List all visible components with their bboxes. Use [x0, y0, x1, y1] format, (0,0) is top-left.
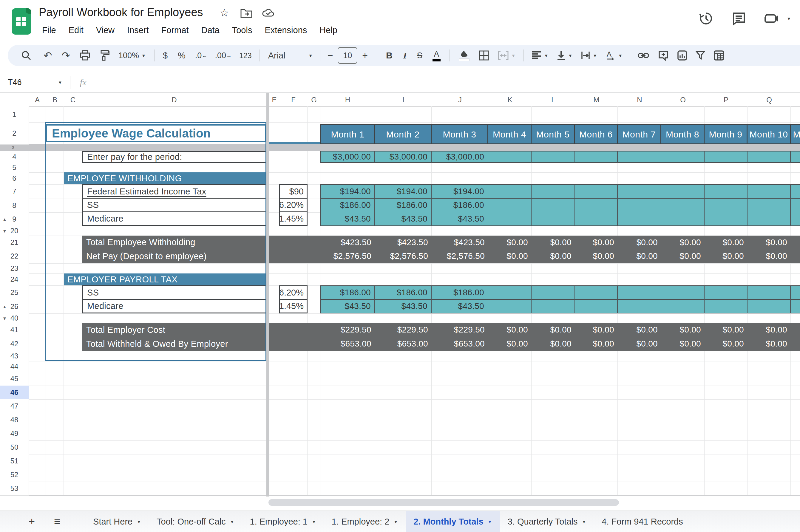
cell-G24[interactable] — [307, 273, 320, 286]
cell-O24[interactable] — [661, 273, 705, 286]
column-header-C[interactable]: C — [64, 93, 82, 107]
row-header-8[interactable]: 8 — [0, 198, 29, 213]
cell-H1[interactable] — [320, 107, 375, 122]
cell-G26[interactable] — [307, 300, 320, 314]
cell-D41[interactable]: Total Employer Cost — [82, 323, 266, 337]
cell-O2[interactable]: Month 8 — [661, 125, 705, 144]
cell-J5[interactable] — [432, 163, 488, 173]
cell-R6[interactable] — [791, 172, 800, 185]
cell-M40[interactable] — [575, 314, 618, 323]
cell-B47[interactable] — [46, 399, 64, 413]
cell-F20[interactable] — [279, 226, 307, 236]
cell-Q2[interactable]: Month 10 — [747, 125, 791, 144]
cell-D20[interactable] — [82, 226, 266, 236]
document-title[interactable]: Payroll Workbook for Employees — [39, 6, 203, 19]
cell-K48[interactable] — [488, 413, 532, 427]
cell-D52[interactable] — [82, 468, 266, 482]
cell-D22[interactable]: Net Pay (Deposit to employee) — [82, 249, 266, 263]
cell-I44[interactable] — [375, 361, 432, 372]
cell-M4[interactable] — [575, 151, 618, 163]
cell-Q9[interactable] — [747, 212, 791, 226]
cell-A6[interactable] — [28, 172, 46, 185]
cell-M43[interactable] — [575, 351, 618, 361]
cell-I24[interactable] — [375, 273, 432, 286]
cell-D49[interactable] — [82, 427, 266, 441]
cell-I45[interactable] — [375, 372, 432, 386]
cell-M6[interactable] — [575, 172, 618, 185]
cell-K20[interactable] — [488, 226, 532, 236]
format-percent-button[interactable]: % — [178, 51, 186, 60]
cell-B43[interactable] — [46, 351, 64, 361]
cell-C51[interactable] — [64, 454, 82, 468]
cell-K9[interactable] — [488, 212, 532, 226]
cell-G7[interactable] — [307, 184, 320, 199]
cell-H4[interactable]: $3,000.00 — [320, 151, 375, 163]
move-folder-icon[interactable] — [241, 8, 252, 18]
cell-D8[interactable]: SS — [82, 198, 266, 212]
cell-D48[interactable] — [82, 413, 266, 427]
cell-D40[interactable] — [82, 314, 266, 323]
undo-icon[interactable]: ↶ — [43, 50, 52, 61]
cell-F1[interactable] — [279, 107, 307, 122]
freeze-pane-divider[interactable] — [266, 93, 269, 496]
cell-E52[interactable] — [269, 468, 279, 482]
cell-O40[interactable] — [661, 314, 705, 323]
cell-F51[interactable] — [279, 454, 307, 468]
cell-M49[interactable] — [575, 427, 618, 441]
row-header-6[interactable]: 6 — [0, 172, 29, 185]
cell-L20[interactable] — [532, 226, 575, 236]
row-header-9[interactable]: ▲9 — [0, 212, 29, 226]
cell-Q47[interactable] — [747, 399, 791, 413]
cell-L9[interactable] — [532, 212, 575, 226]
cell-H45[interactable] — [320, 372, 375, 386]
menu-item-view[interactable]: View — [90, 23, 121, 37]
column-header-K[interactable]: K — [488, 93, 532, 107]
cell-I48[interactable] — [375, 413, 432, 427]
cell-Q46[interactable] — [747, 385, 791, 400]
cell-A50[interactable] — [28, 440, 46, 454]
cell-F4[interactable] — [279, 151, 307, 163]
cell-J49[interactable] — [432, 427, 488, 441]
print-icon[interactable] — [80, 50, 90, 61]
cell-B25[interactable] — [46, 285, 64, 300]
bold-button[interactable]: B — [386, 51, 393, 60]
cell-E24[interactable] — [269, 273, 279, 286]
cell-Q6[interactable] — [747, 172, 791, 185]
cell-D26[interactable]: Medicare — [82, 299, 266, 314]
cell-E5[interactable] — [269, 163, 279, 173]
cell-H52[interactable] — [320, 468, 375, 482]
name-box[interactable]: T46 — [0, 78, 56, 87]
cell-Q42[interactable]: $0.00 — [747, 337, 791, 351]
vertical-align-button[interactable]: ▼ — [557, 51, 572, 60]
cell-M8[interactable] — [575, 198, 618, 212]
row-header-20[interactable]: ▼20 — [0, 226, 29, 236]
cell-B48[interactable] — [46, 413, 64, 427]
cell-P8[interactable] — [705, 198, 747, 212]
cell-L46[interactable] — [532, 385, 575, 400]
cell-G44[interactable] — [307, 361, 320, 372]
cell-H22[interactable]: $2,576.50 — [320, 249, 375, 263]
cell-J46[interactable] — [432, 385, 488, 400]
cell-Q26[interactable] — [747, 299, 791, 314]
cell-R8[interactable] — [791, 198, 800, 212]
select-all-corner[interactable] — [0, 93, 29, 107]
cell-G46[interactable] — [307, 385, 320, 400]
cell-Q8[interactable] — [747, 198, 791, 212]
cell-B51[interactable] — [46, 454, 64, 468]
row-header-23[interactable]: 23 — [0, 263, 29, 274]
cell-Q41[interactable]: $0.00 — [747, 323, 791, 337]
cell-G4[interactable] — [307, 151, 320, 163]
cell-I9[interactable]: $43.50 — [375, 212, 432, 226]
cell-I26[interactable]: $43.50 — [375, 299, 432, 314]
cell-K46[interactable] — [488, 385, 532, 400]
cell-E2[interactable] — [269, 122, 279, 145]
cell-F46[interactable] — [279, 385, 307, 400]
cell-F50[interactable] — [279, 440, 307, 454]
sheet-tab-1-employee-1[interactable]: 1. Employee: 1▼ — [242, 511, 324, 532]
cell-D4[interactable]: Enter pay for the period: — [82, 151, 266, 163]
cell-J7[interactable]: $194.00 — [432, 184, 488, 198]
cell-F26[interactable]: 1.45% — [279, 299, 307, 314]
cell-P42[interactable]: $0.00 — [705, 337, 747, 351]
cell-E46[interactable] — [269, 385, 279, 400]
cell-K45[interactable] — [488, 372, 532, 386]
